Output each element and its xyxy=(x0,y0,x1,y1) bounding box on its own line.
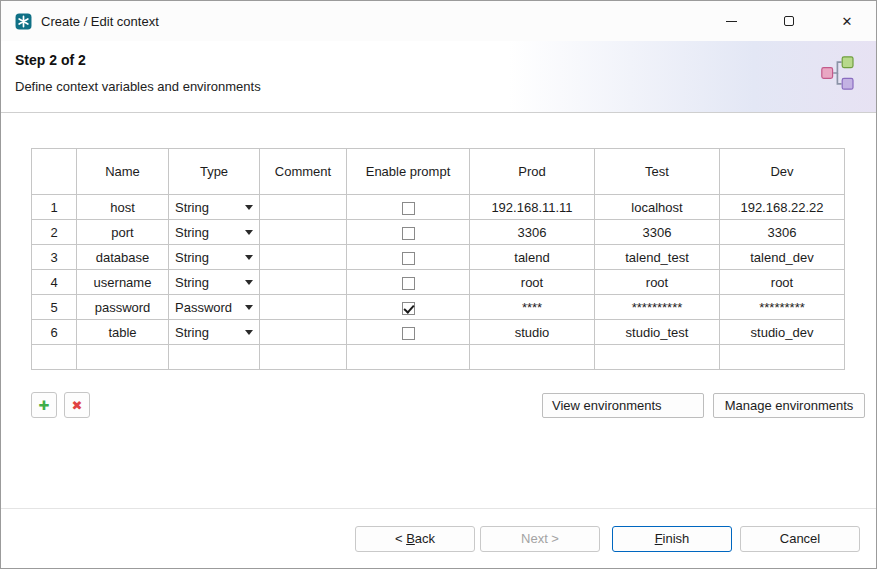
dropdown-arrow-icon[interactable] xyxy=(245,255,253,260)
cell-prod[interactable]: talend xyxy=(470,245,595,270)
close-icon: ✕ xyxy=(842,15,853,28)
cell-prod[interactable]: 192.168.11.11 xyxy=(470,195,595,220)
cell-test[interactable]: 3306 xyxy=(595,220,720,245)
enable-prompt-checkbox[interactable] xyxy=(402,302,415,315)
cell-type[interactable]: String xyxy=(169,320,260,345)
enable-prompt-checkbox[interactable] xyxy=(402,277,415,290)
footer-button-bar: < Back Next > Finish Cancel xyxy=(1,508,876,568)
dropdown-arrow-icon[interactable] xyxy=(245,230,253,235)
cell-comment[interactable] xyxy=(260,345,347,370)
cell-enable-prompt xyxy=(347,220,470,245)
row-number: 4 xyxy=(32,270,77,295)
cell-name[interactable]: port xyxy=(77,220,169,245)
row-number: 1 xyxy=(32,195,77,220)
cell-prod[interactable]: studio xyxy=(470,320,595,345)
cell-comment[interactable] xyxy=(260,220,347,245)
table-row: 5 password Password **** ********** ****… xyxy=(32,295,845,320)
cell-prod[interactable] xyxy=(470,345,595,370)
cell-enable-prompt xyxy=(347,245,470,270)
cell-name[interactable] xyxy=(77,345,169,370)
type-value: String xyxy=(175,225,209,240)
cell-test[interactable] xyxy=(595,345,720,370)
dropdown-arrow-icon[interactable] xyxy=(245,280,253,285)
row-number xyxy=(32,345,77,370)
row-number: 3 xyxy=(32,245,77,270)
row-number: 5 xyxy=(32,295,77,320)
cell-test[interactable]: localhost xyxy=(595,195,720,220)
cell-enable-prompt xyxy=(347,345,470,370)
cell-type[interactable]: String xyxy=(169,245,260,270)
cell-type[interactable]: String xyxy=(169,270,260,295)
cell-enable-prompt xyxy=(347,270,470,295)
cell-dev[interactable]: talend_dev xyxy=(720,245,845,270)
view-environments-button[interactable]: View environments xyxy=(542,393,704,418)
step-subtitle: Define context variables and environment… xyxy=(15,79,862,94)
dropdown-arrow-icon[interactable] xyxy=(245,330,253,335)
cell-test[interactable]: ********** xyxy=(595,295,720,320)
cell-name[interactable]: username xyxy=(77,270,169,295)
column-header-name: Name xyxy=(77,149,169,195)
cell-name[interactable]: password xyxy=(77,295,169,320)
enable-prompt-checkbox[interactable] xyxy=(402,227,415,240)
column-header-type: Type xyxy=(169,149,260,195)
cell-dev[interactable]: 192.168.22.22 xyxy=(720,195,845,220)
enable-prompt-checkbox[interactable] xyxy=(402,327,415,340)
cell-prod[interactable]: root xyxy=(470,270,595,295)
cell-comment[interactable] xyxy=(260,295,347,320)
cell-comment[interactable] xyxy=(260,245,347,270)
type-value: String xyxy=(175,275,209,290)
enable-prompt-checkbox[interactable] xyxy=(402,252,415,265)
cell-test[interactable]: root xyxy=(595,270,720,295)
cell-dev[interactable]: ********* xyxy=(720,295,845,320)
finish-button[interactable]: Finish xyxy=(612,526,732,552)
context-variables-table: Name Type Comment Enable prompt Prod Tes… xyxy=(31,148,845,370)
row-number: 6 xyxy=(32,320,77,345)
remove-variable-button[interactable]: ✖ xyxy=(64,392,90,418)
maximize-button[interactable] xyxy=(760,1,818,41)
app-icon xyxy=(15,13,32,30)
row-number: 2 xyxy=(32,220,77,245)
cell-dev[interactable]: 3306 xyxy=(720,220,845,245)
cell-enable-prompt xyxy=(347,320,470,345)
cell-dev[interactable]: root xyxy=(720,270,845,295)
cell-name[interactable]: database xyxy=(77,245,169,270)
maximize-icon xyxy=(784,16,794,26)
content-area: Name Type Comment Enable prompt Prod Tes… xyxy=(1,113,876,508)
cell-dev[interactable]: studio_dev xyxy=(720,320,845,345)
add-variable-button[interactable]: ✚ xyxy=(31,392,57,418)
cell-type[interactable] xyxy=(169,345,260,370)
dropdown-arrow-icon[interactable] xyxy=(245,305,253,310)
cell-name[interactable]: table xyxy=(77,320,169,345)
back-button[interactable]: < Back xyxy=(355,526,475,552)
cell-name[interactable]: host xyxy=(77,195,169,220)
back-label: < xyxy=(395,531,406,546)
column-header-rownum xyxy=(32,149,77,195)
table-header-row: Name Type Comment Enable prompt Prod Tes… xyxy=(32,149,845,195)
cell-dev[interactable] xyxy=(720,345,845,370)
manage-environments-button[interactable]: Manage environments xyxy=(713,393,865,418)
cell-comment[interactable] xyxy=(260,320,347,345)
table-row: 4 username String root root root xyxy=(32,270,845,295)
cell-prod[interactable]: **** xyxy=(470,295,595,320)
cell-test[interactable]: studio_test xyxy=(595,320,720,345)
cell-prod[interactable]: 3306 xyxy=(470,220,595,245)
cell-comment[interactable] xyxy=(260,195,347,220)
step-title: Step 2 of 2 xyxy=(15,52,862,68)
minimize-icon xyxy=(726,21,737,22)
enable-prompt-checkbox[interactable] xyxy=(402,202,415,215)
type-value: String xyxy=(175,200,209,215)
cell-type[interactable]: String xyxy=(169,220,260,245)
table-row: 3 database String talend talend_test tal… xyxy=(32,245,845,270)
cancel-button[interactable]: Cancel xyxy=(740,526,860,552)
close-button[interactable]: ✕ xyxy=(818,1,876,41)
cell-comment[interactable] xyxy=(260,270,347,295)
x-icon: ✖ xyxy=(72,399,83,412)
cell-test[interactable]: talend_test xyxy=(595,245,720,270)
cell-type[interactable]: Password xyxy=(169,295,260,320)
table-row: 2 port String 3306 3306 3306 xyxy=(32,220,845,245)
minimize-button[interactable] xyxy=(702,1,760,41)
type-value: Password xyxy=(175,300,232,315)
dropdown-arrow-icon[interactable] xyxy=(245,205,253,210)
finish-label: F xyxy=(655,531,663,546)
cell-type[interactable]: String xyxy=(169,195,260,220)
